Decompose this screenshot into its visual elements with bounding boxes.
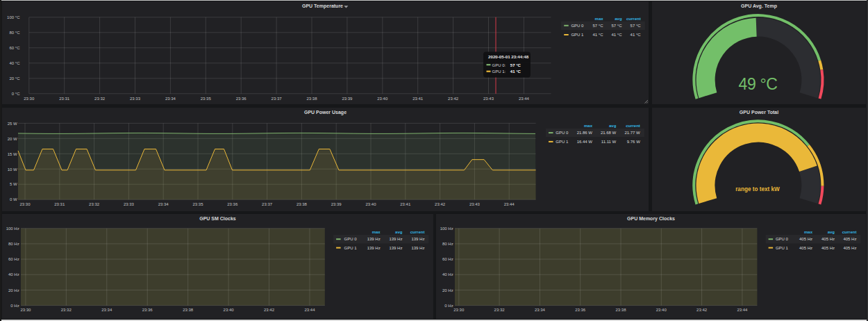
- svg-text:25 W: 25 W: [8, 122, 17, 126]
- svg-text:60 Hz: 60 Hz: [8, 257, 19, 261]
- svg-text:139 Hz: 139 Hz: [389, 237, 402, 241]
- svg-text:139 Hz: 139 Hz: [389, 246, 402, 250]
- svg-text:23:32: 23:32: [494, 308, 506, 312]
- svg-text:5 W: 5 W: [10, 182, 17, 186]
- svg-text:405 Hz: 405 Hz: [799, 246, 812, 250]
- svg-text:23:36: 23:36: [575, 308, 586, 312]
- svg-text:405 Hz: 405 Hz: [821, 246, 835, 250]
- svg-text:23:43: 23:43: [469, 202, 481, 206]
- svg-text:23:37: 23:37: [262, 202, 273, 206]
- svg-text:80 Hz: 80 Hz: [442, 242, 453, 246]
- svg-text:23:34: 23:34: [158, 202, 169, 206]
- svg-text:40 °C: 40 °C: [9, 61, 20, 65]
- svg-text:41 °C: 41 °C: [631, 33, 642, 37]
- svg-text:23:32: 23:32: [89, 202, 100, 206]
- svg-text:41 °C: 41 °C: [593, 33, 604, 37]
- svg-text:23:40: 23:40: [656, 308, 667, 312]
- svg-text:23:36: 23:36: [236, 97, 247, 101]
- svg-text:100 °C: 100 °C: [7, 15, 20, 19]
- svg-text:23:38: 23:38: [297, 202, 308, 206]
- svg-text:0 Hz: 0 Hz: [444, 304, 453, 308]
- svg-text:57 °C: 57 °C: [593, 24, 604, 28]
- svg-text:GPU 1: GPU 1: [344, 246, 358, 250]
- svg-text:GPU 1: GPU 1: [776, 246, 789, 250]
- svg-text:20 °C: 20 °C: [9, 76, 20, 81]
- svg-text:GPU 1: GPU 1: [556, 140, 569, 144]
- svg-text:avg: avg: [615, 17, 622, 21]
- svg-text:405 Hz: 405 Hz: [843, 246, 856, 250]
- svg-text:23:44: 23:44: [519, 97, 530, 101]
- svg-text:41 °C: 41 °C: [612, 33, 623, 37]
- svg-text:23:40: 23:40: [377, 97, 388, 101]
- svg-text:current: current: [626, 17, 641, 21]
- svg-text:max: max: [804, 230, 813, 234]
- svg-text:23:38: 23:38: [615, 308, 626, 312]
- svg-text:23:35: 23:35: [201, 97, 212, 101]
- svg-text:GPU 0: GPU 0: [571, 24, 584, 28]
- svg-text:23:37: 23:37: [272, 97, 283, 101]
- svg-text:range to text kW: range to text kW: [735, 186, 780, 192]
- svg-text:21.77 W: 21.77 W: [624, 131, 640, 135]
- svg-text:23:44: 23:44: [737, 308, 748, 312]
- svg-text:80 °C: 80 °C: [9, 31, 20, 35]
- svg-text:max: max: [372, 230, 381, 234]
- svg-text:23:30: 23:30: [19, 202, 31, 206]
- svg-text:23:36: 23:36: [227, 202, 238, 206]
- svg-text:23:42: 23:42: [435, 202, 446, 206]
- svg-text:16.44 W: 16.44 W: [577, 140, 593, 144]
- svg-text:23:36: 23:36: [142, 308, 153, 312]
- svg-text:0 Hz: 0 Hz: [10, 304, 19, 308]
- svg-text:23:42: 23:42: [264, 308, 275, 312]
- svg-text:57 °C: 57 °C: [631, 24, 642, 28]
- svg-text:23:30: 23:30: [24, 97, 35, 101]
- svg-text:23:43: 23:43: [483, 97, 494, 101]
- svg-text:23:31: 23:31: [54, 202, 65, 206]
- svg-text:57 °C: 57 °C: [510, 63, 521, 67]
- svg-text:60 °C: 60 °C: [9, 46, 20, 50]
- svg-text:23:44: 23:44: [304, 308, 315, 312]
- svg-text:49 °C: 49 °C: [739, 75, 778, 93]
- svg-text:23:44: 23:44: [504, 202, 515, 206]
- svg-text:GPU 1: GPU 1: [571, 33, 584, 37]
- svg-text:GPU 0: GPU 0: [344, 237, 358, 241]
- svg-text:GPU 0: GPU 0: [556, 131, 569, 135]
- svg-text:100 Hz: 100 Hz: [6, 227, 19, 231]
- svg-text:139 Hz: 139 Hz: [367, 237, 381, 241]
- svg-text:23:32: 23:32: [94, 97, 106, 101]
- svg-text:23:35: 23:35: [192, 202, 203, 206]
- svg-text:405 Hz: 405 Hz: [799, 237, 812, 241]
- svg-text:20 Hz: 20 Hz: [442, 288, 453, 293]
- svg-text:23:39: 23:39: [331, 202, 342, 206]
- svg-text:23:32: 23:32: [61, 308, 72, 312]
- svg-text:23:38: 23:38: [306, 97, 317, 101]
- svg-text:avg: avg: [609, 124, 617, 128]
- svg-text:GPU 0:: GPU 0:: [492, 63, 506, 67]
- svg-text:57 °C: 57 °C: [612, 24, 623, 28]
- svg-text:405 Hz: 405 Hz: [821, 237, 835, 241]
- svg-text:100 Hz: 100 Hz: [440, 227, 453, 231]
- svg-text:current: current: [626, 124, 640, 128]
- svg-text:20 Hz: 20 Hz: [8, 288, 19, 293]
- svg-text:41 °C: 41 °C: [510, 69, 521, 74]
- svg-text:current: current: [410, 230, 425, 234]
- svg-text:15 W: 15 W: [8, 152, 17, 156]
- svg-text:2020-05-01 23:44:48: 2020-05-01 23:44:48: [488, 54, 529, 59]
- svg-text:23:30: 23:30: [20, 308, 31, 312]
- svg-text:10 W: 10 W: [8, 167, 17, 172]
- svg-text:23:31: 23:31: [59, 97, 70, 101]
- svg-text:23:33: 23:33: [124, 202, 135, 206]
- svg-text:23:40: 23:40: [365, 202, 376, 206]
- svg-text:23:33: 23:33: [130, 97, 141, 101]
- svg-text:GPU 1:: GPU 1:: [492, 69, 506, 74]
- svg-text:avg: avg: [395, 230, 403, 234]
- svg-text:40 Hz: 40 Hz: [442, 272, 453, 277]
- svg-text:max: max: [595, 17, 604, 21]
- svg-text:80 Hz: 80 Hz: [8, 242, 19, 246]
- svg-text:23:41: 23:41: [400, 202, 411, 206]
- svg-text:23:41: 23:41: [412, 97, 424, 101]
- svg-text:40 Hz: 40 Hz: [8, 272, 19, 277]
- svg-text:23:38: 23:38: [183, 308, 194, 312]
- svg-text:20 W: 20 W: [8, 137, 17, 141]
- svg-text:0 W: 0 W: [10, 197, 17, 201]
- svg-text:23:40: 23:40: [224, 308, 235, 312]
